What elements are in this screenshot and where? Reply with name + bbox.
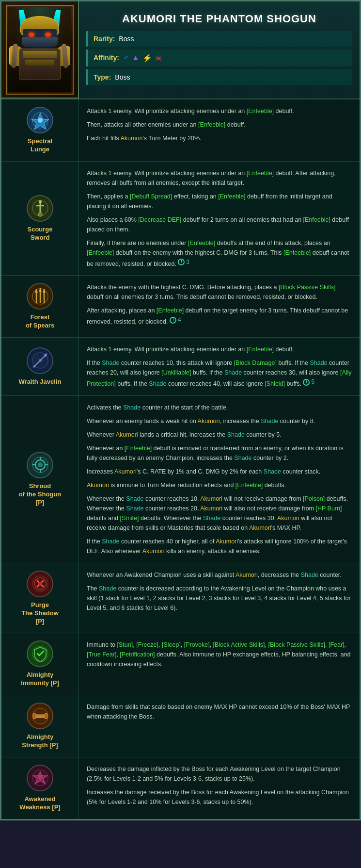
wraith-javelin-name: Wraith Javelin	[19, 378, 62, 386]
champion-name: AKUMORI THE PHANTOM SHOGUN	[86, 13, 352, 25]
skill-row-shroud: Shroudof the Shogun[P] Activates the Sha…	[1, 396, 360, 563]
skill-row-almighty-strength: AlmightyStrength [P] Damage from skills …	[1, 695, 360, 757]
skill-icon-wraith-javelin: Wraith Javelin	[1, 338, 79, 395]
type-value: Boss	[115, 73, 130, 81]
spectral-lunge-desc: Attacks 1 enemy. Will prioritize attacki…	[79, 99, 360, 161]
purge-shadow-name: PurgeThe Shadow[P]	[21, 601, 59, 626]
skill-icon-spectral-lunge: SpectralLunge	[1, 99, 79, 161]
shroud-icon	[27, 452, 53, 478]
spectral-lunge-icon	[27, 107, 53, 133]
affinity-icons: ♂ ▲ ⚡ ☠	[123, 53, 162, 63]
skill-row-purge-shadow: PurgeThe Shadow[P] Whenever an Awakened …	[1, 563, 360, 634]
skill-row-spectral-lunge: SpectralLunge Attacks 1 enemy. Will prio…	[1, 99, 360, 162]
affinity-force-icon: ⚡	[142, 53, 152, 63]
svg-line-18	[33, 365, 35, 367]
title-area: AKUMORI THE PHANTOM SHOGUN Rarity: Boss …	[79, 1, 360, 98]
forest-of-spears-name: Forestof Spears	[26, 313, 54, 330]
scourge-sword-icon	[27, 195, 53, 222]
skill-icon-awakened-weakness: AwakenedWeakness [P]	[1, 757, 79, 819]
skill-icon-shroud: Shroudof the Shogun[P]	[1, 396, 79, 563]
type-label: Type:	[94, 73, 111, 81]
purge-shadow-desc: Whenever an Awakened Champion uses a ski…	[79, 563, 360, 633]
skill-icon-almighty-immunity: AlmightyImmunity [P]	[1, 633, 79, 695]
almighty-immunity-name: AlmightyImmunity [P]	[21, 671, 59, 688]
svg-point-7	[39, 200, 42, 203]
wraith-javelin-icon	[27, 347, 53, 374]
almighty-strength-desc: Damage from skills that scale based on e…	[79, 695, 360, 757]
rarity-row: Rarity: Boss	[86, 31, 352, 47]
skill-icon-almighty-strength: AlmightyStrength [P]	[1, 695, 79, 757]
portrait-box	[1, 1, 79, 98]
shroud-name: Shroudof the Shogun[P]	[19, 482, 61, 507]
type-row: Type: Boss	[86, 69, 352, 85]
svg-point-2	[38, 118, 43, 123]
affinity-row: Affinity: ♂ ▲ ⚡ ☠	[86, 49, 352, 66]
svg-rect-32	[34, 715, 46, 718]
portrait-inner	[6, 5, 74, 95]
affinity-label: Affinity:	[94, 54, 119, 62]
svg-rect-34	[45, 713, 47, 719]
affinity-void-icon: ▲	[132, 53, 140, 62]
skill-icon-purge-shadow: PurgeThe Shadow[P]	[1, 563, 79, 633]
forest-of-spears-icon	[27, 283, 53, 310]
awakened-weakness-icon	[27, 765, 53, 791]
scourge-sword-desc: Attacks 1 enemy. Will prioritize attacki…	[79, 162, 360, 276]
awakened-weakness-desc: Decreases the damage inflicted by the Bo…	[79, 757, 360, 819]
awakened-weakness-name: AwakenedWeakness [P]	[19, 795, 60, 812]
svg-point-29	[38, 582, 42, 586]
skill-row-wraith-javelin: Wraith Javelin Attacks 1 enemy. Will pri…	[1, 338, 360, 396]
main-container: AKUMORI THE PHANTOM SHOGUN Rarity: Boss …	[0, 0, 361, 820]
shroud-desc: Activates the Shade counter at the start…	[79, 396, 360, 563]
wraith-javelin-desc: Attacks 1 enemy. Will prioritize attacki…	[79, 338, 360, 395]
skills-container: SpectralLunge Attacks 1 enemy. Will prio…	[1, 99, 360, 819]
svg-point-36	[38, 775, 43, 780]
almighty-immunity-desc: Immune to [Stun], [Freeze], [Sleep], [Pr…	[79, 633, 360, 695]
svg-point-19	[39, 359, 42, 362]
almighty-strength-icon	[27, 703, 53, 729]
scourge-sword-name: ScourgeSword	[27, 226, 52, 242]
rarity-label: Rarity:	[94, 35, 115, 43]
svg-point-6	[38, 213, 42, 216]
affinity-spirit-icon: ☠	[155, 53, 162, 63]
purge-shadow-icon	[27, 571, 53, 597]
skill-icon-forest-of-spears: Forestof Spears	[1, 276, 79, 337]
svg-point-22	[38, 462, 43, 467]
skill-row-almighty-immunity: AlmightyImmunity [P] Immune to [Stun], […	[1, 633, 360, 695]
skill-row-awakened-weakness: AwakenedWeakness [P] Decreases the damag…	[1, 757, 360, 819]
header: AKUMORI THE PHANTOM SHOGUN Rarity: Boss …	[1, 1, 360, 99]
rarity-value: Boss	[119, 35, 134, 43]
skill-icon-scourge-sword: ScourgeSword	[1, 162, 79, 276]
almighty-immunity-icon	[27, 640, 53, 667]
skill-row-scourge-sword: ScourgeSword Attacks 1 enemy. Will prior…	[1, 162, 360, 276]
skill-row-forest-of-spears: Forestof Spears Attacks the enemy with t…	[1, 276, 360, 338]
almighty-strength-name: AlmightyStrength [P]	[22, 733, 58, 750]
spectral-lunge-name: SpectralLunge	[28, 137, 52, 154]
svg-rect-33	[33, 713, 36, 719]
affinity-magic-icon: ♂	[123, 53, 129, 62]
forest-of-spears-desc: Attacks the enemy with the highest C. DM…	[79, 276, 360, 337]
